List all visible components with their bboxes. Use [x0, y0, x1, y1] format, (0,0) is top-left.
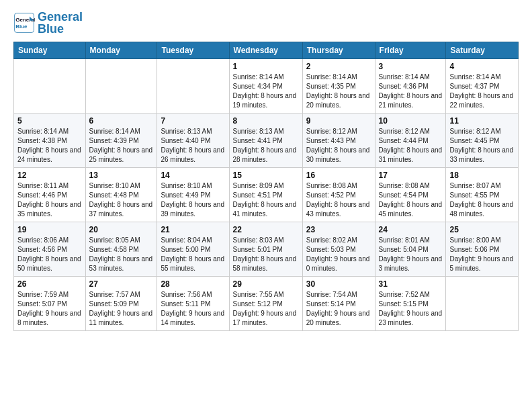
weekday-header-monday: Monday	[85, 42, 157, 59]
calendar-cell	[157, 59, 229, 113]
calendar-cell: 5Sunrise: 8:14 AM Sunset: 4:38 PM Daylig…	[14, 113, 86, 168]
weekday-header-wednesday: Wednesday	[229, 42, 302, 59]
day-detail: Sunrise: 7:54 AM Sunset: 5:14 PM Dayligh…	[306, 290, 371, 328]
weekday-header-thursday: Thursday	[302, 42, 375, 59]
day-detail: Sunrise: 8:12 AM Sunset: 4:44 PM Dayligh…	[379, 127, 443, 165]
day-number: 22	[233, 225, 299, 234]
calendar-week-row: 1Sunrise: 8:14 AM Sunset: 4:34 PM Daylig…	[14, 59, 519, 113]
day-detail: Sunrise: 8:08 AM Sunset: 4:52 PM Dayligh…	[306, 181, 371, 219]
calendar-cell: 13Sunrise: 8:10 AM Sunset: 4:48 PM Dayli…	[85, 168, 157, 222]
calendar-cell: 15Sunrise: 8:09 AM Sunset: 4:51 PM Dayli…	[229, 168, 302, 222]
svg-text:Blue: Blue	[15, 24, 28, 30]
calendar-week-row: 5Sunrise: 8:14 AM Sunset: 4:38 PM Daylig…	[14, 113, 519, 168]
day-number: 28	[161, 279, 225, 289]
day-detail: Sunrise: 8:11 AM Sunset: 4:46 PM Dayligh…	[17, 181, 82, 219]
day-detail: Sunrise: 8:04 AM Sunset: 5:00 PM Dayligh…	[161, 236, 225, 273]
day-number: 23	[306, 225, 371, 234]
calendar-cell: 1Sunrise: 8:14 AM Sunset: 4:34 PM Daylig…	[229, 59, 302, 113]
logo-blue: Blue	[38, 22, 64, 36]
calendar-cell: 10Sunrise: 8:12 AM Sunset: 4:44 PM Dayli…	[375, 113, 446, 168]
day-detail: Sunrise: 8:14 AM Sunset: 4:39 PM Dayligh…	[89, 127, 154, 165]
weekday-header-friday: Friday	[375, 42, 446, 59]
logo-text: General Blue	[38, 11, 83, 35]
day-detail: Sunrise: 8:12 AM Sunset: 4:45 PM Dayligh…	[449, 127, 515, 165]
day-detail: Sunrise: 8:10 AM Sunset: 4:49 PM Dayligh…	[161, 181, 225, 219]
calendar-cell: 21Sunrise: 8:04 AM Sunset: 5:00 PM Dayli…	[157, 222, 229, 277]
weekday-header-tuesday: Tuesday	[157, 42, 229, 59]
calendar-cell: 7Sunrise: 8:13 AM Sunset: 4:40 PM Daylig…	[157, 113, 229, 168]
day-detail: Sunrise: 8:14 AM Sunset: 4:36 PM Dayligh…	[379, 73, 443, 110]
calendar-cell: 22Sunrise: 8:03 AM Sunset: 5:01 PM Dayli…	[229, 222, 302, 277]
page: General Blue General Blue SundayMondayTu…	[0, 0, 532, 411]
day-number: 18	[449, 171, 515, 180]
day-number: 6	[89, 116, 154, 126]
day-detail: Sunrise: 8:06 AM Sunset: 4:56 PM Dayligh…	[17, 236, 82, 273]
day-number: 3	[379, 62, 443, 71]
day-detail: Sunrise: 7:59 AM Sunset: 5:07 PM Dayligh…	[17, 290, 82, 328]
day-number: 7	[161, 116, 225, 126]
weekday-header-saturday: Saturday	[446, 42, 519, 59]
day-number: 14	[161, 171, 225, 180]
day-detail: Sunrise: 8:10 AM Sunset: 4:48 PM Dayligh…	[89, 181, 154, 219]
day-detail: Sunrise: 8:03 AM Sunset: 5:01 PM Dayligh…	[233, 236, 299, 273]
day-number: 15	[233, 171, 299, 180]
day-number: 21	[161, 225, 225, 234]
day-number: 4	[449, 62, 515, 71]
day-number: 29	[233, 279, 299, 289]
weekday-header-sunday: Sunday	[14, 42, 86, 59]
day-number: 19	[17, 225, 82, 234]
logo-icon: General Blue	[13, 12, 35, 34]
calendar-cell: 19Sunrise: 8:06 AM Sunset: 4:56 PM Dayli…	[14, 222, 86, 277]
calendar-cell	[446, 277, 519, 331]
day-number: 20	[89, 225, 154, 234]
day-number: 25	[449, 225, 515, 234]
calendar-cell: 31Sunrise: 7:52 AM Sunset: 5:15 PM Dayli…	[375, 277, 446, 331]
calendar-cell: 27Sunrise: 7:57 AM Sunset: 5:09 PM Dayli…	[85, 277, 157, 331]
day-detail: Sunrise: 8:14 AM Sunset: 4:37 PM Dayligh…	[449, 73, 515, 110]
day-detail: Sunrise: 7:57 AM Sunset: 5:09 PM Dayligh…	[89, 290, 154, 328]
calendar-cell: 24Sunrise: 8:01 AM Sunset: 5:04 PM Dayli…	[375, 222, 446, 277]
calendar-cell: 30Sunrise: 7:54 AM Sunset: 5:14 PM Dayli…	[302, 277, 375, 331]
day-number: 26	[17, 279, 82, 289]
day-detail: Sunrise: 8:13 AM Sunset: 4:40 PM Dayligh…	[161, 127, 225, 165]
logo: General Blue General Blue	[13, 11, 83, 35]
calendar-cell: 12Sunrise: 8:11 AM Sunset: 4:46 PM Dayli…	[14, 168, 86, 222]
day-detail: Sunrise: 8:13 AM Sunset: 4:41 PM Dayligh…	[233, 127, 299, 165]
calendar-cell	[85, 59, 157, 113]
calendar-cell: 4Sunrise: 8:14 AM Sunset: 4:37 PM Daylig…	[446, 59, 519, 113]
calendar-cell: 11Sunrise: 8:12 AM Sunset: 4:45 PM Dayli…	[446, 113, 519, 168]
day-number: 11	[449, 116, 515, 126]
day-number: 24	[379, 225, 443, 234]
day-number: 16	[306, 171, 371, 180]
day-detail: Sunrise: 8:02 AM Sunset: 5:03 PM Dayligh…	[306, 236, 371, 273]
calendar-cell: 9Sunrise: 8:12 AM Sunset: 4:43 PM Daylig…	[302, 113, 375, 168]
day-number: 31	[379, 279, 443, 289]
calendar-week-row: 26Sunrise: 7:59 AM Sunset: 5:07 PM Dayli…	[14, 277, 519, 331]
day-detail: Sunrise: 8:09 AM Sunset: 4:51 PM Dayligh…	[233, 181, 299, 219]
calendar-cell: 3Sunrise: 8:14 AM Sunset: 4:36 PM Daylig…	[375, 59, 446, 113]
day-detail: Sunrise: 8:12 AM Sunset: 4:43 PM Dayligh…	[306, 127, 371, 165]
calendar-cell: 16Sunrise: 8:08 AM Sunset: 4:52 PM Dayli…	[302, 168, 375, 222]
header: General Blue General Blue	[13, 11, 519, 35]
day-number: 13	[89, 171, 154, 180]
calendar-cell: 29Sunrise: 7:55 AM Sunset: 5:12 PM Dayli…	[229, 277, 302, 331]
calendar-cell: 25Sunrise: 8:00 AM Sunset: 5:06 PM Dayli…	[446, 222, 519, 277]
calendar-cell: 20Sunrise: 8:05 AM Sunset: 4:58 PM Dayli…	[85, 222, 157, 277]
day-detail: Sunrise: 8:01 AM Sunset: 5:04 PM Dayligh…	[379, 236, 443, 273]
day-number: 9	[306, 116, 371, 126]
calendar-cell: 26Sunrise: 7:59 AM Sunset: 5:07 PM Dayli…	[14, 277, 86, 331]
calendar-cell	[14, 59, 86, 113]
calendar-cell: 14Sunrise: 8:10 AM Sunset: 4:49 PM Dayli…	[157, 168, 229, 222]
day-number: 1	[233, 62, 299, 71]
day-detail: Sunrise: 8:07 AM Sunset: 4:55 PM Dayligh…	[449, 181, 515, 219]
day-number: 17	[379, 171, 443, 180]
calendar-cell: 8Sunrise: 8:13 AM Sunset: 4:41 PM Daylig…	[229, 113, 302, 168]
day-number: 2	[306, 62, 371, 71]
calendar-cell: 28Sunrise: 7:56 AM Sunset: 5:11 PM Dayli…	[157, 277, 229, 331]
day-detail: Sunrise: 8:14 AM Sunset: 4:34 PM Dayligh…	[233, 73, 299, 110]
day-detail: Sunrise: 8:00 AM Sunset: 5:06 PM Dayligh…	[449, 236, 515, 273]
day-detail: Sunrise: 8:08 AM Sunset: 4:54 PM Dayligh…	[379, 181, 443, 219]
day-number: 27	[89, 279, 154, 289]
calendar-week-row: 12Sunrise: 8:11 AM Sunset: 4:46 PM Dayli…	[14, 168, 519, 222]
calendar-week-row: 19Sunrise: 8:06 AM Sunset: 4:56 PM Dayli…	[14, 222, 519, 277]
